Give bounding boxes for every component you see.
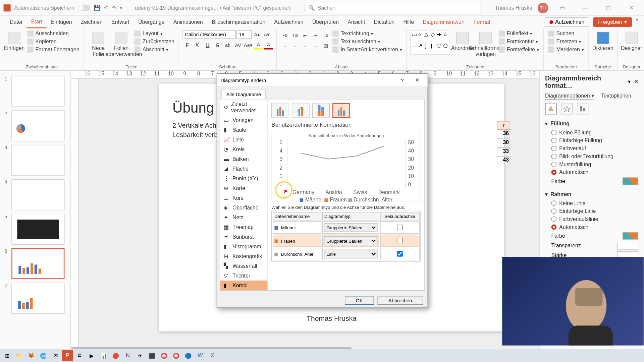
thumb-7[interactable] <box>11 283 64 314</box>
fill-line-tab-icon[interactable] <box>545 103 556 114</box>
columns-button[interactable]: ▤ <box>321 42 330 50</box>
line-none-radio[interactable]: Keine Linie <box>545 199 638 207</box>
designer-button[interactable]: Designer <box>621 30 642 53</box>
bullets-button[interactable]: •≡ <box>280 31 289 40</box>
align-left-button[interactable]: ≡ <box>280 42 289 50</box>
thumb-6[interactable] <box>11 248 64 279</box>
highlight-button[interactable]: A <box>254 41 263 49</box>
series-row[interactable]: Durchschn. AlterLinie <box>273 248 420 260</box>
paste-button[interactable]: Einfügen <box>4 30 25 53</box>
find-button[interactable]: Suchen <box>547 30 585 37</box>
dialog-close-icon[interactable]: ✕ <box>411 75 424 85</box>
align-center-button[interactable]: ≡ <box>290 42 299 50</box>
series-type-select[interactable]: Gruppierte Säulen <box>324 223 378 232</box>
layout-button[interactable]: Layout ▾ <box>134 30 175 37</box>
tab-chart-design[interactable]: Diagrammentwurf <box>418 16 469 28</box>
task-app-6[interactable]: ⭕ <box>158 350 170 361</box>
task-app-3[interactable]: 📊 <box>98 350 109 361</box>
italic-button[interactable]: K <box>193 41 202 49</box>
subtype-4[interactable] <box>332 103 350 118</box>
type-templates[interactable]: ▭Vorlagen <box>220 115 267 125</box>
copy-button[interactable]: Kopieren <box>26 38 80 45</box>
task-word[interactable]: W <box>195 350 206 361</box>
fill-pattern-radio[interactable]: Musterfüllung <box>545 160 638 168</box>
autosave-toggle[interactable] <box>78 5 90 11</box>
close-icon[interactable]: ✕ <box>623 1 640 14</box>
series-type-select[interactable]: Gruppierte Säulen <box>324 236 378 245</box>
line-auto-radio[interactable]: Automatisch <box>545 223 638 231</box>
tab-review[interactable]: Überprüfen <box>308 16 343 28</box>
spacing-button[interactable]: AV <box>233 41 242 49</box>
replace-button[interactable]: Ersetzen ▾ <box>547 38 585 45</box>
type-bar[interactable]: ▬Balken <box>220 154 267 164</box>
bold-button[interactable]: F <box>183 41 192 49</box>
fill-solid-radio[interactable]: Einfarbige Füllung <box>545 136 638 144</box>
task-app-8[interactable]: 🔵 <box>182 350 194 361</box>
fill-gradient-radio[interactable]: Farbverlauf <box>545 144 638 153</box>
series-row[interactable]: MännerGruppierte Säulen <box>273 221 420 234</box>
border-section-header[interactable]: ▾ Rahmen <box>545 189 638 199</box>
task-app-5[interactable]: ⬛ <box>146 350 158 361</box>
tab-file[interactable]: Datei <box>5 16 26 28</box>
search-box[interactable]: 🔍 Suchen <box>304 2 481 13</box>
shapes-gallery[interactable]: ▭○△◇➔☆ —↗{}⬡⬠ <box>411 30 450 55</box>
ok-button[interactable]: OK <box>345 296 374 305</box>
task-firefox[interactable]: 🦊 <box>25 350 37 361</box>
task-app-2[interactable]: ▶ <box>86 350 97 361</box>
secondary-axis-checkbox[interactable] <box>397 224 403 230</box>
type-map[interactable]: ⊕Karte <box>220 183 267 193</box>
numbering-button[interactable]: 1≡ <box>290 31 299 40</box>
pane-options-icon[interactable]: ▾ <box>628 79 631 85</box>
ribbon-mode-icon[interactable]: ▭ <box>553 1 571 14</box>
decrease-font-icon[interactable]: A▾ <box>262 30 271 39</box>
task-chrome[interactable]: 🌐 <box>38 350 49 361</box>
text-direction-button[interactable]: Textrichtung ▾ <box>332 30 403 37</box>
reuse-slides-button[interactable]: Folien wiederverwenden <box>111 30 132 59</box>
type-funnel[interactable]: ▽Trichter <box>220 271 267 281</box>
tab-start[interactable]: Start <box>26 16 47 28</box>
slide-thumbnails[interactable]: 1 2 3 4 5 6 7 <box>0 71 71 352</box>
type-column[interactable]: ▮Säule <box>220 125 267 135</box>
dictate-button[interactable]: Diktieren <box>592 30 613 53</box>
font-size-combo[interactable]: 18 <box>237 30 252 39</box>
minimize-icon[interactable]: — <box>577 1 594 14</box>
cut-button[interactable]: Ausschneiden <box>26 30 80 37</box>
task-powerpoint[interactable]: P <box>62 350 73 361</box>
task-outlook[interactable]: ✉ <box>50 350 61 361</box>
increase-font-icon[interactable]: A▴ <box>253 30 261 39</box>
tab-help[interactable]: Hilfe <box>399 16 418 28</box>
quick-styles-button[interactable]: Schnellformat-vorlagen <box>475 30 496 59</box>
fill-picture-radio[interactable]: Bild- oder Texturfüllung <box>545 153 638 161</box>
line-solid-radio[interactable]: Einfarbige Linie <box>545 207 638 215</box>
task-telegram[interactable]: ✈ <box>134 350 146 361</box>
collapse-ribbon-icon[interactable]: ˅ <box>636 19 638 25</box>
fill-color-swatch[interactable] <box>623 177 638 185</box>
maximize-icon[interactable]: ▢ <box>599 1 617 14</box>
type-surface[interactable]: ◈Oberfläche <box>220 203 267 213</box>
cancel-button[interactable]: Abbrechen <box>377 296 423 305</box>
justify-button[interactable]: ≡ <box>311 42 320 50</box>
tab-draw[interactable]: Zeichnen <box>76 16 107 28</box>
tab-slideshow[interactable]: Bildschirmpräsentation <box>207 16 270 28</box>
record-button[interactable]: Aufzeichnen <box>545 17 589 27</box>
shadow-button[interactable]: ab <box>223 41 232 49</box>
secondary-axis-checkbox[interactable] <box>397 251 403 256</box>
strike-button[interactable]: S̶ <box>213 41 222 49</box>
type-radar[interactable]: ✦Netz <box>220 213 267 222</box>
tab-format[interactable]: Format <box>469 16 495 28</box>
type-pie[interactable]: ◔Kreis <box>220 144 267 154</box>
qat-dropdown-icon[interactable]: ▾ <box>120 5 122 11</box>
font-name-combo[interactable]: Calibri (Textkörper) <box>183 30 236 39</box>
secondary-axis-checkbox[interactable] <box>397 237 403 243</box>
shape-fill-button[interactable]: Fülleffekt ▾ <box>498 30 540 37</box>
subtype-1[interactable] <box>271 103 289 118</box>
indent-inc-button[interactable]: ⇥ <box>311 31 320 40</box>
transparency-input[interactable] <box>617 242 638 250</box>
save-icon[interactable]: 💾 <box>94 5 101 11</box>
line-spacing-button[interactable]: ↕≡ <box>321 31 330 40</box>
thumb-3[interactable] <box>11 145 64 176</box>
task-explorer[interactable]: 📁 <box>13 350 25 361</box>
user-avatar[interactable]: TH <box>538 2 548 13</box>
type-box[interactable]: ⊟Kastengrafik <box>220 251 267 261</box>
fill-auto-radio[interactable]: Automatisch <box>545 168 638 176</box>
